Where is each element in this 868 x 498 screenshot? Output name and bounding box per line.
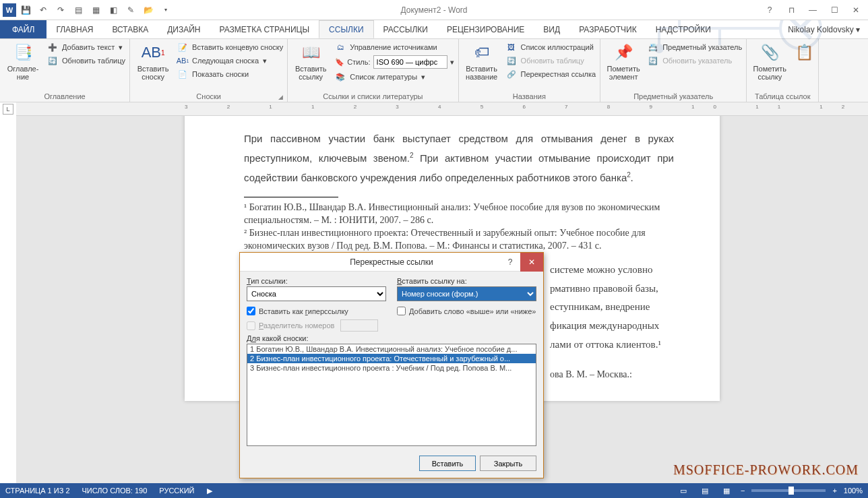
qat-icon[interactable]: ✎ bbox=[125, 5, 136, 15]
next-footnote-icon: AB1 bbox=[177, 55, 188, 66]
qat-icon[interactable]: ▦ bbox=[90, 5, 101, 15]
for-which-label: Для какой сноски: bbox=[247, 334, 536, 342]
tab-page-layout[interactable]: РАЗМЕТКА СТРАНИЦЫ bbox=[210, 20, 319, 38]
status-words[interactable]: ЧИСЛО СЛОВ: 190 bbox=[82, 487, 148, 495]
ref-type-label: Тип ссылки: bbox=[247, 277, 386, 285]
citation-style-input[interactable] bbox=[373, 55, 447, 69]
tab-mailings[interactable]: РАССЫЛКИ bbox=[374, 20, 437, 38]
dialog-help-button[interactable]: ? bbox=[500, 253, 520, 272]
caption-icon: 🏷 bbox=[471, 42, 493, 63]
show-notes-button[interactable]: 📄Показать сноски bbox=[177, 69, 283, 80]
update-table-button[interactable]: 🔄Обновить таблицу bbox=[506, 55, 596, 66]
style-icon: 🔖 bbox=[335, 58, 344, 67]
tab-design[interactable]: ДИЗАЙН bbox=[158, 20, 210, 38]
list-item[interactable]: 2 Бизнес-план инвестиционного проекта: О… bbox=[247, 354, 536, 363]
footnote-listbox[interactable]: 1 Богатин Ю.В., Швандар В.А. Инвестицион… bbox=[247, 344, 536, 446]
manage-sources-icon: 🗂 bbox=[335, 42, 346, 53]
save-icon[interactable]: 💾 bbox=[20, 5, 31, 15]
next-footnote-button[interactable]: AB1Следующая сноска ▾ bbox=[177, 55, 283, 66]
body-paragraph: При пассивном участии банк выступает сре… bbox=[244, 129, 674, 187]
qat-more-icon[interactable]: ▾ bbox=[160, 5, 171, 15]
update-index-button[interactable]: 🔄Обновить указатель bbox=[648, 55, 742, 66]
maximize-icon[interactable]: ☐ bbox=[825, 3, 844, 17]
manage-sources-button[interactable]: 🗂Управление источниками bbox=[335, 42, 454, 53]
tab-references[interactable]: ССЫЛКИ bbox=[319, 20, 373, 38]
tab-view[interactable]: ВИД bbox=[534, 20, 569, 38]
tab-review[interactable]: РЕЦЕНЗИРОВАНИЕ bbox=[437, 20, 534, 38]
horizontal-ruler[interactable]: 3 2 1 1 2 3 4 5 6 7 8 9 10 11 12 13 14 1… bbox=[16, 102, 868, 116]
qat-icon[interactable]: ▤ bbox=[73, 5, 84, 15]
zoom-out-icon[interactable]: − bbox=[741, 487, 745, 495]
cross-reference-button[interactable]: 🔗Перекрестная ссылка bbox=[506, 69, 596, 80]
ribbon-options-icon[interactable]: ⊓ bbox=[782, 3, 801, 17]
close-icon[interactable]: ✕ bbox=[846, 3, 865, 17]
tab-insert[interactable]: ВСТАВКА bbox=[102, 20, 158, 38]
print-layout-icon[interactable]: ▤ bbox=[698, 485, 712, 497]
macro-icon[interactable]: ▶ bbox=[207, 487, 212, 495]
watermark: MSOFFICE-PROWORK.COM bbox=[673, 462, 859, 478]
ref-type-select[interactable]: Сноска bbox=[247, 286, 386, 301]
undo-icon[interactable]: ↶ bbox=[38, 5, 49, 15]
document-title: Документ2 - Word bbox=[400, 5, 467, 15]
footnote-icon: AB1 bbox=[142, 42, 164, 63]
word-app-icon: W bbox=[3, 3, 16, 17]
group-label-citations: Ссылки и списки литературы bbox=[292, 91, 454, 100]
group-label-captions: Названия bbox=[463, 91, 596, 100]
add-text-button[interactable]: ➕Добавить текст ▾ bbox=[47, 42, 125, 53]
tab-home[interactable]: ГЛАВНАЯ bbox=[46, 20, 102, 38]
cross-ref-icon: 🔗 bbox=[506, 69, 517, 80]
dialog-close-button[interactable]: ✕ bbox=[520, 253, 543, 272]
zoom-level[interactable]: 100% bbox=[844, 487, 863, 495]
refresh-icon: 🔄 bbox=[648, 55, 658, 66]
endnote-icon: 📝 bbox=[177, 42, 188, 53]
zoom-in-icon[interactable]: + bbox=[832, 487, 836, 495]
redo-icon[interactable]: ↷ bbox=[55, 5, 66, 15]
separator-checkbox: Разделитель номеров bbox=[247, 319, 386, 332]
qat-icon[interactable]: ◧ bbox=[108, 5, 119, 15]
minimize-icon[interactable]: — bbox=[803, 3, 822, 17]
zoom-slider[interactable] bbox=[751, 489, 826, 492]
group-label-footnotes: Сноски◢ bbox=[134, 91, 283, 100]
web-layout-icon[interactable]: ▦ bbox=[719, 485, 734, 497]
insert-ref-select[interactable]: Номер сноски (форм.) bbox=[397, 286, 536, 301]
update-toc-button[interactable]: 🔄Обновить таблицу bbox=[47, 55, 125, 66]
help-icon[interactable]: ? bbox=[760, 3, 779, 17]
close-button[interactable]: Закрыть bbox=[480, 456, 536, 471]
show-notes-icon: 📄 bbox=[177, 69, 188, 80]
group-label-index: Предметный указатель bbox=[604, 91, 742, 100]
insert-footnote-button[interactable]: AB1Вставить сноску bbox=[134, 42, 172, 81]
bibliography-button[interactable]: 📚Список литературы ▾ bbox=[335, 71, 454, 82]
insert-ref-label: Вставить ссылку на: bbox=[397, 277, 536, 285]
refresh-icon: 🔄 bbox=[47, 55, 58, 66]
list-item[interactable]: 3 Бизнес-план инвестиционного проекта : … bbox=[247, 363, 536, 373]
insert-citation-button[interactable]: 📖Вставить ссылку bbox=[292, 42, 330, 81]
status-bar: СТРАНИЦА 1 ИЗ 2 ЧИСЛО СЛОВ: 190 РУССКИЙ … bbox=[0, 483, 868, 498]
insert-endnote-button[interactable]: 📝Вставить концевую сноску bbox=[177, 42, 283, 53]
citation-style-dropdown[interactable]: 🔖Стиль:▾ bbox=[335, 55, 454, 69]
bibliography-icon: 📚 bbox=[335, 71, 346, 82]
footnote-1: ¹ Богатин Ю.В., Швандар В.А. Инвестицион… bbox=[244, 201, 674, 227]
quick-access-toolbar: 💾 ↶ ↷ ▤ ▦ ◧ ✎ 📂 ▾ bbox=[20, 5, 171, 15]
toc-button[interactable]: 📑Оглавле- ние bbox=[4, 42, 42, 81]
add-text-icon: ➕ bbox=[47, 42, 58, 53]
open-icon[interactable]: 📂 bbox=[143, 5, 154, 15]
status-page[interactable]: СТРАНИЦА 1 ИЗ 2 bbox=[5, 487, 70, 495]
insert-button[interactable]: Вставить bbox=[419, 456, 476, 471]
status-language[interactable]: РУССКИЙ bbox=[159, 487, 194, 495]
dialog-title-bar[interactable]: Перекрестные ссылки ? ✕ bbox=[240, 253, 543, 272]
insert-caption-button[interactable]: 🏷Вставить название bbox=[463, 42, 501, 81]
dialog-launcher-icon[interactable]: ◢ bbox=[278, 94, 283, 100]
title-bar: W 💾 ↶ ↷ ▤ ▦ ◧ ✎ 📂 ▾ Документ2 - Word ? ⊓… bbox=[0, 0, 868, 20]
group-label-toa: Таблица ссылок bbox=[751, 91, 814, 100]
above-below-checkbox[interactable]: Добавить слово «выше» или «ниже» bbox=[397, 307, 536, 315]
illustrations-button[interactable]: 🖼Список иллюстраций bbox=[506, 42, 596, 53]
citation-icon: 📖 bbox=[300, 42, 321, 63]
tab-selector[interactable]: L bbox=[3, 104, 13, 115]
svg-point-1 bbox=[656, 45, 662, 52]
footnote-separator bbox=[244, 197, 338, 197]
hyperlink-checkbox[interactable]: Вставить как гиперссылку bbox=[247, 307, 386, 315]
list-item[interactable]: 1 Богатин Ю.В., Швандар В.А. Инвестицион… bbox=[247, 344, 536, 354]
read-mode-icon[interactable]: ▭ bbox=[676, 485, 691, 497]
tab-file[interactable]: ФАЙЛ bbox=[0, 20, 46, 38]
group-label-toc: Оглавление bbox=[4, 91, 125, 100]
